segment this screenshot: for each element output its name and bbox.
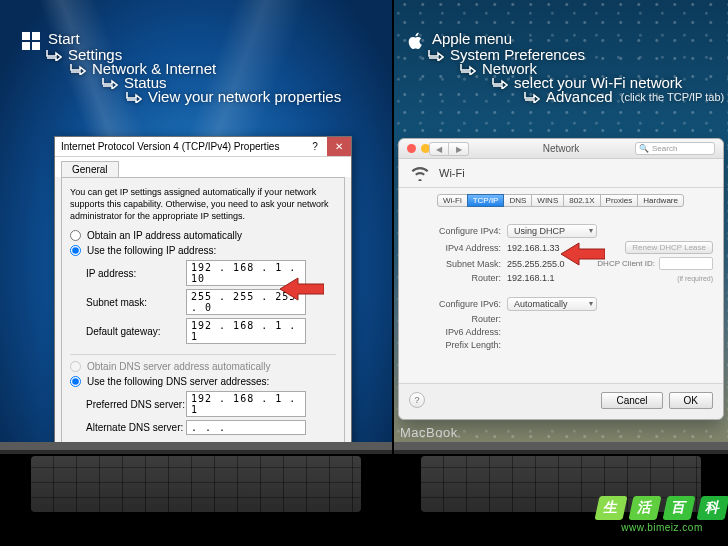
radio-use-ip[interactable]: Use the following IP address: bbox=[70, 245, 336, 256]
ok-button[interactable]: OK bbox=[669, 392, 713, 409]
subnet-mask-label: Subnet mask: bbox=[86, 297, 186, 308]
ipv4-address-value: 192.168.1.33 bbox=[507, 243, 560, 253]
radio-obtain-dns[interactable]: Obtain DNS server address automatically bbox=[70, 361, 336, 372]
tab-general[interactable]: General bbox=[61, 161, 119, 177]
configure-ipv6-select[interactable]: Automatically bbox=[507, 297, 597, 311]
svg-marker-0 bbox=[280, 278, 324, 300]
preferred-dns-label: Preferred DNS server: bbox=[86, 399, 186, 410]
ip-address-label: IP address: bbox=[86, 268, 186, 279]
search-input[interactable]: 🔍 Search bbox=[635, 142, 715, 155]
tab-tcpip[interactable]: TCP/IP bbox=[467, 194, 505, 207]
svg-marker-1 bbox=[561, 243, 605, 265]
apple-logo-icon bbox=[408, 32, 424, 50]
radio-use-dns[interactable]: Use the following DNS server addresses: bbox=[70, 376, 336, 387]
prefix-length-label: Prefix Length: bbox=[409, 340, 507, 350]
alternate-dns-input[interactable]: . . . bbox=[186, 420, 306, 435]
callout-arrow-gateway bbox=[280, 276, 324, 302]
watermark: 生 活 百 科 www.bimeiz.com bbox=[602, 488, 722, 540]
renew-dhcp-button[interactable]: Renew DHCP Lease bbox=[625, 241, 713, 254]
subnet-mask-label: Subnet Mask: bbox=[409, 259, 507, 269]
search-icon: 🔍 bbox=[639, 144, 649, 153]
tab-8021x[interactable]: 802.1X bbox=[563, 194, 600, 207]
configure-ipv6-label: Configure IPv6: bbox=[409, 299, 507, 309]
dhcp-client-id-input[interactable] bbox=[659, 257, 713, 270]
radio-obtain-ip[interactable]: Obtain an IP address automatically bbox=[70, 230, 336, 241]
tab-dns[interactable]: DNS bbox=[503, 194, 532, 207]
arrow-icon bbox=[70, 63, 86, 75]
breadcrumb-mac: Apple menu System Preferences Network se… bbox=[408, 30, 724, 104]
crumb-apple-menu: Apple menu bbox=[432, 32, 512, 46]
close-button[interactable]: ✕ bbox=[327, 137, 351, 156]
dhcp-client-id-label: DHCP Client ID: bbox=[597, 259, 655, 268]
breadcrumb-windows: Start Settings Network & Internet Status… bbox=[22, 30, 341, 104]
tab-wins[interactable]: WINS bbox=[531, 194, 564, 207]
configure-ipv4-label: Configure IPv4: bbox=[409, 226, 507, 236]
ipv4-router-value: 192.168.1.1 bbox=[507, 273, 555, 283]
ipv4-address-label: IPv4 Address: bbox=[409, 243, 507, 253]
tab-hardware[interactable]: Hardware bbox=[637, 194, 684, 207]
subnet-mask-value: 255.255.255.0 bbox=[507, 259, 565, 269]
tab-proxies[interactable]: Proxies bbox=[600, 194, 639, 207]
default-gateway-input[interactable]: 192 . 168 . 1 . 1 bbox=[186, 318, 306, 344]
arrow-icon bbox=[126, 91, 142, 103]
configure-ipv4-select[interactable]: Using DHCP bbox=[507, 224, 597, 238]
arrow-icon bbox=[492, 77, 508, 89]
macbook-label: MacBook bbox=[400, 425, 458, 440]
network-preferences-window: ◀ ▶ Network 🔍 Search Wi-Fi Wi-Fi TCP/IP … bbox=[398, 138, 724, 420]
help-button[interactable]: ? bbox=[409, 392, 425, 408]
wifi-icon bbox=[409, 165, 431, 181]
tab-bar: Wi-Fi TCP/IP DNS WINS 802.1X Proxies Har… bbox=[399, 188, 723, 215]
crumb-advanced: Advanced bbox=[546, 90, 613, 104]
crumb-hint: (click the TCP/IP tab) bbox=[621, 90, 725, 104]
laptop-keyboard bbox=[0, 442, 392, 546]
arrow-icon bbox=[428, 49, 444, 61]
connection-name: Wi-Fi bbox=[439, 167, 465, 179]
dialog-title: Internet Protocol Version 4 (TCP/IPv4) P… bbox=[61, 141, 279, 152]
watermark-url: www.bimeiz.com bbox=[621, 522, 702, 533]
dhcp-client-hint: (if required) bbox=[677, 275, 713, 282]
arrow-icon bbox=[102, 77, 118, 89]
info-text: You can get IP settings assigned automat… bbox=[70, 186, 336, 222]
ipv4-router-label: Router: bbox=[409, 273, 507, 283]
tab-wifi[interactable]: Wi-Fi bbox=[437, 194, 468, 207]
ipv6-address-label: IPv6 Address: bbox=[409, 327, 507, 337]
ipv6-router-label: Router: bbox=[409, 314, 507, 324]
crumb-view-properties: View your network properties bbox=[148, 90, 341, 104]
arrow-icon bbox=[460, 63, 476, 75]
arrow-icon bbox=[524, 91, 540, 103]
preferred-dns-input[interactable]: 192 . 168 . 1 . 1 bbox=[186, 391, 306, 417]
windows-logo-icon bbox=[22, 32, 40, 50]
default-gateway-label: Default gateway: bbox=[86, 326, 186, 337]
callout-arrow-router bbox=[561, 241, 605, 267]
crumb-start: Start bbox=[48, 32, 80, 46]
arrow-icon bbox=[46, 49, 62, 61]
alternate-dns-label: Alternate DNS server: bbox=[86, 422, 186, 433]
cancel-button[interactable]: Cancel bbox=[601, 392, 662, 409]
help-button[interactable]: ? bbox=[303, 137, 327, 156]
